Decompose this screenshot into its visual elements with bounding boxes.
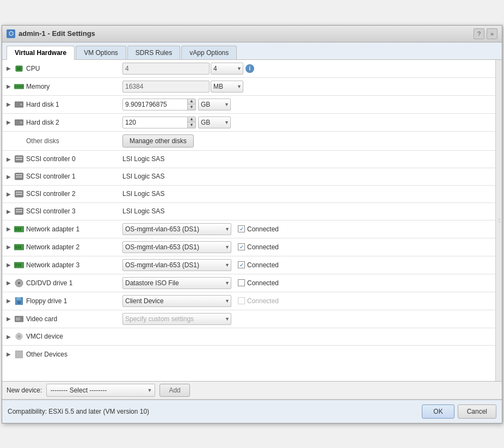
scroll-resize-handle[interactable]: :: [495, 60, 502, 381]
scsi1-content: LSI Logic SAS [119, 171, 495, 182]
new-device-select[interactable]: -------- Select -------- [46, 384, 155, 397]
net1-expand-arrow[interactable]: ▶ [7, 226, 12, 232]
other-devices-expand-arrow[interactable]: ▶ [7, 351, 12, 357]
disk2-content: ▲ ▼ GB MB ▼ [119, 115, 495, 130]
cpu-icon [14, 65, 24, 72]
floppy-expand-arrow[interactable]: ▶ [7, 298, 12, 304]
cpu-expand-arrow[interactable]: ▶ [7, 65, 12, 71]
cdrom-icon [14, 279, 24, 287]
status-bar: Compatibility: ESXi 5.5 and later (VM ve… [2, 400, 502, 423]
vmci-expand-arrow[interactable]: ▶ [7, 334, 12, 340]
floppy-content: Client Device ▼ Connected [119, 293, 495, 309]
cdrom-select[interactable]: Datastore ISO File [122, 277, 231, 289]
cancel-button[interactable]: Cancel [458, 404, 496, 419]
disk2-unit-select[interactable]: GB MB [198, 116, 231, 128]
video-select[interactable]: Specify custom settings [122, 313, 231, 325]
manage-other-disks-button[interactable]: Manage other disks [122, 134, 194, 148]
ok-button[interactable]: OK [422, 404, 454, 419]
scsi3-expand-arrow[interactable]: ▶ [7, 208, 12, 214]
svg-point-44 [17, 335, 21, 338]
cdrom-connected-checkbox[interactable] [238, 279, 245, 286]
disk2-spin-up[interactable]: ▲ [187, 116, 196, 122]
net3-icon [14, 261, 24, 269]
forward-button[interactable]: » [487, 28, 497, 39]
hardware-list[interactable]: ▶ CPU 4 ▼ [2, 60, 495, 381]
cdrom-expand-arrow[interactable]: ▶ [7, 280, 12, 286]
scsi0-expand-arrow[interactable]: ▶ [7, 156, 12, 162]
scsi2-icon [14, 190, 24, 198]
net1-label-text: Network adapter 1 [26, 225, 79, 233]
disk1-label-text: Hard disk 1 [26, 101, 59, 108]
disk2-input[interactable] [122, 116, 188, 128]
net1-connected-checkbox[interactable]: ✓ [238, 225, 245, 232]
scsi0-label-text: SCSI controller 0 [26, 155, 76, 163]
net2-expand-arrow[interactable]: ▶ [7, 244, 12, 250]
net3-label: ▶ Network adapter 3 [2, 261, 119, 269]
net1-content: OS-mgmt-vlan-653 (DS1) ▼ ✓ Connected [119, 222, 495, 237]
tab-vm-options[interactable]: VM Options [76, 46, 126, 59]
cdrom-content: Datastore ISO File ▼ Connected [119, 275, 495, 291]
memory-input[interactable] [122, 81, 210, 93]
floppy-icon [14, 297, 24, 305]
other-disks-content: Manage other disks [119, 133, 495, 149]
disk-icon [14, 101, 24, 108]
net1-select[interactable]: OS-mgmt-vlan-653 (DS1) [122, 223, 231, 235]
net2-connected-checkbox[interactable]: ✓ [238, 243, 245, 250]
net1-label: ▶ Network adapter 1 [2, 225, 119, 233]
scsi0-content: LSI Logic SAS [119, 154, 495, 164]
scsi3-value: LSI Logic SAS [122, 207, 164, 215]
disk2-expand-arrow[interactable]: ▶ [7, 119, 12, 125]
disk2-spin-wrapper: ▲ ▼ [122, 116, 196, 128]
tab-virtual-hardware[interactable]: Virtual Hardware [7, 46, 75, 60]
tab-vapp-options[interactable]: vApp Options [181, 46, 237, 59]
add-button[interactable]: Add [159, 384, 189, 397]
disk1-expand-arrow[interactable]: ▶ [7, 101, 12, 107]
scsi2-expand-arrow[interactable]: ▶ [7, 191, 12, 197]
memory-unit-select[interactable]: MB GB [211, 81, 243, 93]
net3-expand-arrow[interactable]: ▶ [7, 262, 12, 268]
net3-connected-wrapper: ✓ Connected [238, 261, 279, 269]
memory-label: ▶ Memory [2, 83, 119, 90]
disk1-spin-up[interactable]: ▲ [187, 99, 196, 105]
video-expand-arrow[interactable]: ▶ [7, 316, 12, 322]
scsi1-label: ▶ SCSI controller 1 [2, 173, 119, 180]
svg-rect-6 [20, 85, 21, 88]
svg-rect-30 [17, 246, 19, 249]
cpu-label: ▶ CPU [2, 65, 119, 72]
disk2-spin-down[interactable]: ▼ [187, 122, 196, 128]
scsi2-label: ▶ SCSI controller 2 [2, 190, 119, 198]
memory-input-wrapper: MB GB ▼ [122, 81, 243, 93]
net1-connected-wrapper: ✓ Connected [238, 225, 279, 233]
new-device-bar: New device: -------- Select -------- ▼ A… [2, 382, 502, 400]
title-bar-right: ? » [474, 28, 497, 39]
net3-select[interactable]: OS-mgmt-vlan-653 (DS1) [122, 259, 231, 271]
table-row: ▶ CD/DVD drive 1 Datastore ISO File ▼ [2, 274, 495, 292]
memory-expand-arrow[interactable]: ▶ [7, 83, 12, 89]
svg-rect-25 [15, 228, 17, 231]
scsi1-expand-arrow[interactable]: ▶ [7, 174, 12, 180]
net1-icon [14, 225, 24, 233]
net2-select[interactable]: OS-mgmt-vlan-653 (DS1) [122, 241, 231, 253]
vmci-label: ▶ VMCI device [2, 333, 119, 340]
new-device-label: New device: [7, 386, 42, 394]
cpu-info-icon[interactable]: i [245, 64, 254, 73]
memory-label-text: Memory [26, 83, 50, 90]
svg-rect-1 [17, 67, 21, 70]
other-disks-label: ▶ Other disks [2, 137, 119, 145]
help-button[interactable]: ? [474, 28, 484, 39]
tab-sdrs-rules[interactable]: SDRS Rules [127, 46, 180, 59]
svg-rect-3 [15, 85, 16, 88]
disk1-input[interactable] [122, 99, 188, 111]
cpu-select[interactable]: 4 [211, 63, 243, 75]
disk1-spin-down[interactable]: ▼ [187, 105, 196, 111]
cpu-dropdown-wrapper: 4 ▼ [211, 63, 243, 75]
video-content: Specify custom settings ▼ [119, 311, 495, 327]
net3-connected-checkbox[interactable]: ✓ [238, 261, 245, 268]
floppy-select[interactable]: Client Device [122, 295, 231, 307]
action-buttons: OK Cancel [422, 404, 496, 419]
disk1-unit-select[interactable]: GB MB [198, 99, 231, 111]
scsi0-icon [14, 155, 24, 163]
cpu-input[interactable] [122, 63, 210, 75]
net3-connected-label: Connected [247, 261, 279, 269]
svg-point-11 [20, 121, 22, 124]
